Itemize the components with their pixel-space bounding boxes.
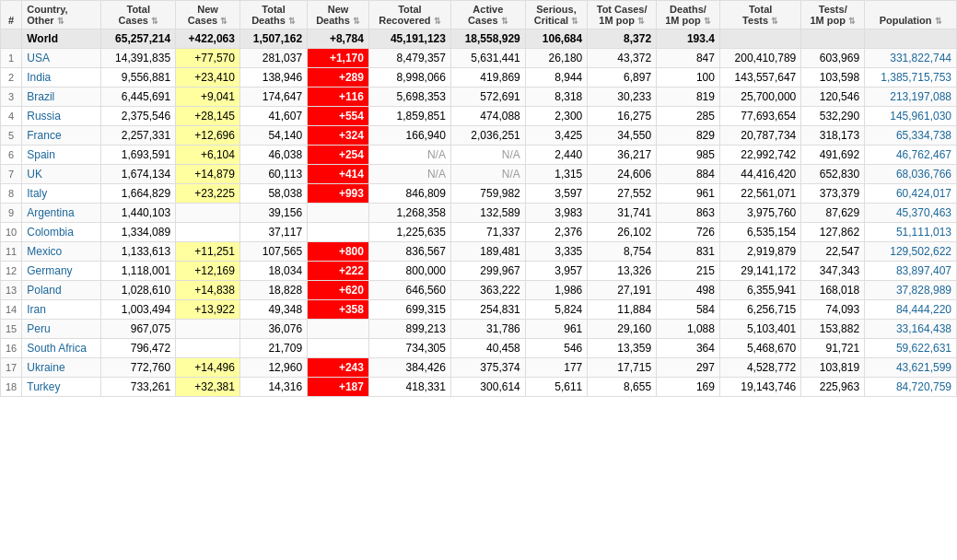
row-total-tests: 3,975,760 bbox=[719, 204, 800, 223]
row-country[interactable]: South Africa bbox=[22, 339, 101, 358]
col-tot-cases-1m[interactable]: Tot Cases/1M pop ⇅ bbox=[588, 1, 657, 29]
world-active-cases: 18,558,929 bbox=[450, 29, 525, 49]
row-tot-cases-1m: 43,372 bbox=[588, 49, 657, 68]
row-total-cases: 14,391,835 bbox=[101, 49, 176, 68]
row-country[interactable]: Ukraine bbox=[22, 358, 101, 378]
row-total-tests: 29,141,172 bbox=[719, 262, 800, 281]
col-active-cases[interactable]: ActiveCases ⇅ bbox=[450, 1, 525, 29]
row-total-cases: 772,760 bbox=[101, 358, 176, 378]
row-new-deaths: +116 bbox=[308, 88, 369, 107]
row-total-deaths: 58,038 bbox=[239, 184, 307, 204]
row-tot-cases-1m: 30,233 bbox=[588, 88, 657, 107]
row-population: 43,621,599 bbox=[865, 358, 957, 378]
col-new-deaths[interactable]: NewDeaths ⇅ bbox=[308, 1, 369, 29]
row-tests-1m: 603,969 bbox=[801, 49, 865, 68]
row-new-cases: +28,145 bbox=[176, 107, 240, 126]
col-population[interactable]: Population ⇅ bbox=[865, 1, 957, 29]
row-new-deaths: +414 bbox=[308, 165, 369, 184]
country-link[interactable]: Turkey bbox=[27, 380, 60, 393]
row-country[interactable]: Germany bbox=[22, 262, 101, 281]
row-total-recovered: 166,940 bbox=[368, 126, 450, 146]
row-country[interactable]: UK bbox=[22, 165, 101, 184]
row-total-deaths: 281,037 bbox=[239, 49, 307, 68]
row-tests-1m: 87,629 bbox=[801, 204, 865, 223]
country-link[interactable]: France bbox=[27, 129, 61, 142]
row-country[interactable]: India bbox=[22, 68, 101, 88]
row-total-deaths: 12,960 bbox=[239, 358, 307, 378]
row-country[interactable]: USA bbox=[22, 49, 101, 68]
col-total-deaths[interactable]: TotalDeaths ⇅ bbox=[239, 1, 307, 29]
col-country[interactable]: Country,Other ⇅ bbox=[22, 1, 101, 29]
row-country[interactable]: Spain bbox=[22, 146, 101, 165]
row-active-cases: 300,614 bbox=[450, 378, 525, 397]
row-total-tests: 22,561,071 bbox=[719, 184, 800, 204]
col-tests-1m[interactable]: Tests/1M pop ⇅ bbox=[801, 1, 865, 29]
country-link[interactable]: Colombia bbox=[27, 226, 74, 239]
row-total-cases: 1,028,610 bbox=[101, 281, 176, 300]
country-link[interactable]: Brazil bbox=[27, 90, 54, 103]
row-country[interactable]: Italy bbox=[22, 184, 101, 204]
country-link[interactable]: India bbox=[27, 71, 51, 84]
row-serious: 5,611 bbox=[525, 378, 587, 397]
row-total-cases: 1,674,134 bbox=[101, 165, 176, 184]
col-total-cases[interactable]: TotalCases ⇅ bbox=[101, 1, 176, 29]
row-tot-cases-1m: 26,102 bbox=[588, 223, 657, 242]
col-new-cases[interactable]: NewCases ⇅ bbox=[176, 1, 240, 29]
row-country[interactable]: Peru bbox=[22, 320, 101, 339]
row-active-cases: 5,631,441 bbox=[450, 49, 525, 68]
row-country[interactable]: Iran bbox=[22, 300, 101, 320]
row-country[interactable]: Poland bbox=[22, 281, 101, 300]
country-link[interactable]: Poland bbox=[27, 284, 61, 297]
country-link[interactable]: Iran bbox=[27, 303, 46, 316]
row-country[interactable]: Argentina bbox=[22, 204, 101, 223]
row-deaths-1m: 847 bbox=[657, 49, 720, 68]
row-country[interactable]: Turkey bbox=[22, 378, 101, 397]
row-country[interactable]: Mexico bbox=[22, 242, 101, 262]
world-num bbox=[1, 29, 22, 49]
row-population: 59,622,631 bbox=[865, 339, 957, 358]
row-tot-cases-1m: 24,606 bbox=[588, 165, 657, 184]
country-link[interactable]: Mexico bbox=[27, 245, 62, 258]
col-serious[interactable]: Serious,Critical ⇅ bbox=[525, 1, 587, 29]
row-serious: 8,318 bbox=[525, 88, 587, 107]
row-active-cases: 31,786 bbox=[450, 320, 525, 339]
row-tot-cases-1m: 11,884 bbox=[588, 300, 657, 320]
col-num[interactable]: # bbox=[1, 1, 22, 29]
col-total-recovered[interactable]: TotalRecovered ⇅ bbox=[368, 1, 450, 29]
col-total-tests[interactable]: TotalTests ⇅ bbox=[719, 1, 800, 29]
row-population: 83,897,407 bbox=[865, 262, 957, 281]
country-link[interactable]: Argentina bbox=[27, 206, 74, 219]
row-total-cases: 9,556,881 bbox=[101, 68, 176, 88]
country-link[interactable]: Peru bbox=[27, 322, 50, 335]
row-total-cases: 6,445,691 bbox=[101, 88, 176, 107]
row-tot-cases-1m: 17,715 bbox=[588, 358, 657, 378]
row-num: 14 bbox=[1, 300, 22, 320]
country-link[interactable]: UK bbox=[27, 168, 42, 181]
row-num: 12 bbox=[1, 262, 22, 281]
world-serious: 106,684 bbox=[525, 29, 587, 49]
country-link[interactable]: Germany bbox=[27, 264, 72, 277]
country-link[interactable]: South Africa bbox=[27, 342, 87, 355]
row-num: 17 bbox=[1, 358, 22, 378]
row-new-cases: +23,225 bbox=[176, 184, 240, 204]
row-new-cases: +12,696 bbox=[176, 126, 240, 146]
row-country[interactable]: France bbox=[22, 126, 101, 146]
row-country[interactable]: Colombia bbox=[22, 223, 101, 242]
row-total-cases: 1,003,494 bbox=[101, 300, 176, 320]
row-total-deaths: 49,348 bbox=[239, 300, 307, 320]
country-link[interactable]: USA bbox=[27, 52, 50, 64]
country-link[interactable]: Italy bbox=[27, 187, 47, 200]
row-country[interactable]: Brazil bbox=[22, 88, 101, 107]
row-population: 1,385,715,753 bbox=[865, 68, 957, 88]
row-country[interactable]: Russia bbox=[22, 107, 101, 126]
col-deaths-1m[interactable]: Deaths/1M pop ⇅ bbox=[657, 1, 720, 29]
country-link[interactable]: Spain bbox=[27, 148, 55, 161]
country-link[interactable]: Russia bbox=[27, 110, 61, 122]
row-new-cases: +13,922 bbox=[176, 300, 240, 320]
row-population: 65,334,738 bbox=[865, 126, 957, 146]
row-active-cases: 375,374 bbox=[450, 358, 525, 378]
row-deaths-1m: 584 bbox=[657, 300, 720, 320]
country-link[interactable]: Ukraine bbox=[27, 361, 64, 374]
row-population: 46,762,467 bbox=[865, 146, 957, 165]
row-active-cases: 474,088 bbox=[450, 107, 525, 126]
